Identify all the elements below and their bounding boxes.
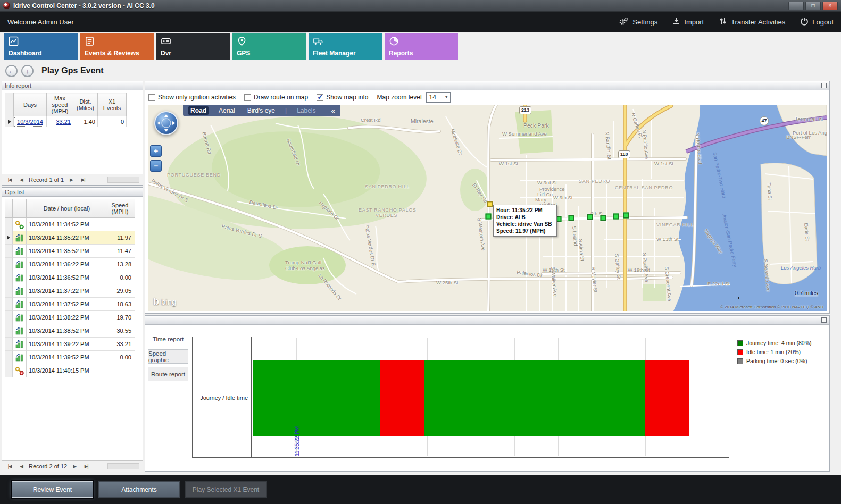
zoom-level-select[interactable]: 14 [426,92,451,103]
gps-list-row[interactable]: 10/3/2014 11:38:22 PM19.70 [5,311,136,324]
timeline-segment-journey [253,360,380,436]
draw-route-checkbox[interactable] [244,94,251,101]
tab-fleet-manager[interactable]: Fleet Manager [309,33,382,60]
transfer-activities-button[interactable]: Transfer Activities [719,17,785,27]
gps-list-row[interactable]: 10/3/2014 11:36:52 PM0.00 [5,271,136,284]
maximize-panel-icon[interactable] [821,317,827,323]
map-panel-header [145,81,829,90]
collapse-toolbar-icon[interactable]: « [331,107,335,115]
route-marker-green[interactable] [587,214,593,220]
import-button[interactable]: Import [672,17,704,27]
map-view-labels[interactable]: Labels [295,106,318,115]
day-link[interactable]: 10/3/2014 [17,119,43,125]
zoom-level-label: Map zoom level [377,94,422,101]
h-scrollbar[interactable] [107,177,139,183]
maximize-button[interactable]: □ [805,2,821,10]
col-dist: Dist. (Miles) [73,93,98,116]
gps-list-row[interactable]: 10/3/2014 11:34:52 PM [5,218,136,231]
h-scrollbar[interactable] [107,463,139,469]
track-icon [13,271,27,284]
map-label: N Pacific Ave [642,129,650,159]
tab-dvr[interactable]: Dvr [156,33,230,60]
time-cursor[interactable] [293,337,293,457]
map-label: W 1st St [499,161,518,166]
info-record-navigator: |◀ ◀ Record 1 of 1 ▶ ▶| [2,174,143,185]
row-selector [5,258,13,271]
next-record-button[interactable]: ▶ [70,463,79,471]
tooltip-speed: Speed: 11.97 (MPH) [496,228,554,234]
gps-row-time: 10/3/2014 11:39:22 PM [27,338,105,351]
play-selected-x1-event-button[interactable]: Play Selected X1 Event [185,481,267,498]
transfer-icon [719,17,727,27]
map-view-aerial[interactable]: Aerial [217,106,237,115]
logout-button[interactable]: Logout [800,17,834,27]
close-button[interactable]: × [822,2,838,10]
route-marker-green[interactable] [569,215,574,221]
col-date-hour: Date / hour (local) [27,199,105,218]
tab-reports[interactable]: Reports [385,33,458,60]
review-event-button[interactable]: Review Event [12,481,93,498]
gps-row-time: 10/3/2014 11:38:52 PM [27,324,105,338]
gps-list-row[interactable]: 10/3/2014 11:39:52 PM0.00 [5,351,136,364]
gps-list-row[interactable]: 10/3/2014 11:40:15 PM [5,364,136,377]
back-button[interactable]: ← [5,65,18,77]
gps-row-time: 10/3/2014 11:34:52 PM [27,218,105,231]
map-info-checkbox[interactable] [317,94,323,101]
map-label: W 25th St [436,280,459,285]
maximize-panel-icon[interactable] [821,83,827,88]
tab-events-reviews[interactable]: Events & Reviews [80,33,154,60]
minimize-button[interactable]: – [788,2,804,10]
gps-list-row[interactable]: 10/3/2014 11:35:22 PM11.97 [5,231,136,245]
info-report-row[interactable]: 10/3/2014 33.21 1.40 0 [5,116,127,127]
map-label: S Gaffey St [614,254,622,280]
zoom-in-button[interactable]: + [150,145,162,157]
route-marker-yellow[interactable] [487,201,493,207]
tab-speed-graphic[interactable]: Speed graphic [148,349,188,364]
map-view-birds-eye[interactable]: Bird's eye [245,106,277,115]
map-compass-control[interactable] [154,111,179,136]
attachments-button[interactable]: Attachments [98,481,180,498]
map-label: Burma Rd [202,131,212,155]
down-button[interactable]: ↓ [21,65,34,77]
last-record-button[interactable]: ▶| [82,463,90,471]
prev-record-button[interactable]: ◀ [17,176,26,184]
bing-map[interactable]: MiralesteMiraleste DrPeck ParkW Summerla… [148,105,827,311]
gps-row-time: 10/3/2014 11:36:52 PM [27,271,105,284]
legend-swatch [737,349,743,355]
tab-route-report[interactable]: Route report [148,367,188,381]
route-marker-green[interactable] [601,215,606,221]
map-label: Palos Verdes Dr E [364,225,377,266]
gps-row-speed: 11.97 [105,231,135,245]
prev-record-button[interactable]: ◀ [17,463,26,471]
first-record-button[interactable]: |◀ [5,176,14,184]
map-label: Southfield Dr [286,138,301,166]
route-marker-green[interactable] [613,214,619,220]
gps-list-row[interactable]: 10/3/2014 11:37:22 PM29.05 [5,284,136,298]
window-title: Idrive Control Center - 3.0.2 version - … [13,2,155,10]
gps-list-row[interactable]: 10/3/2014 11:39:22 PM33.21 [5,338,136,351]
row-selector [5,311,13,324]
zoom-out-button[interactable]: − [150,160,162,172]
max-speed-link[interactable]: 33.21 [56,119,71,125]
first-record-button[interactable]: |◀ [5,463,14,471]
settings-button[interactable]: Settings [619,17,657,27]
ignition-checkbox[interactable] [148,94,155,101]
next-record-button[interactable]: ▶ [67,176,76,184]
gps-list-row[interactable]: 10/3/2014 11:38:52 PM30.55 [5,324,136,338]
tab-dashboard[interactable]: Dashboard [4,33,78,60]
map-view-road[interactable]: Road [188,106,209,115]
legend-label: Journey time: 4 min (80%) [746,340,812,346]
gps-list-row[interactable]: 10/3/2014 11:35:52 PM11.47 [5,245,136,258]
tab-gps[interactable]: GPS [232,33,306,60]
last-record-button[interactable]: ▶| [79,176,87,184]
route-marker-green[interactable] [486,214,492,220]
gps-list-row[interactable]: 10/3/2014 11:36:22 PM13.28 [5,258,136,271]
map-label: S Crescent Ave [664,266,672,301]
selector-header [5,93,14,116]
page-nav: ← ↓ Play Gps Event [5,64,104,78]
tab-time-report[interactable]: Time report [148,332,188,346]
map-label: VERDES [376,213,397,218]
track-icon [13,311,27,324]
gps-list-row[interactable]: 10/3/2014 11:37:52 PM18.63 [5,298,136,311]
route-marker-green[interactable] [623,213,629,219]
